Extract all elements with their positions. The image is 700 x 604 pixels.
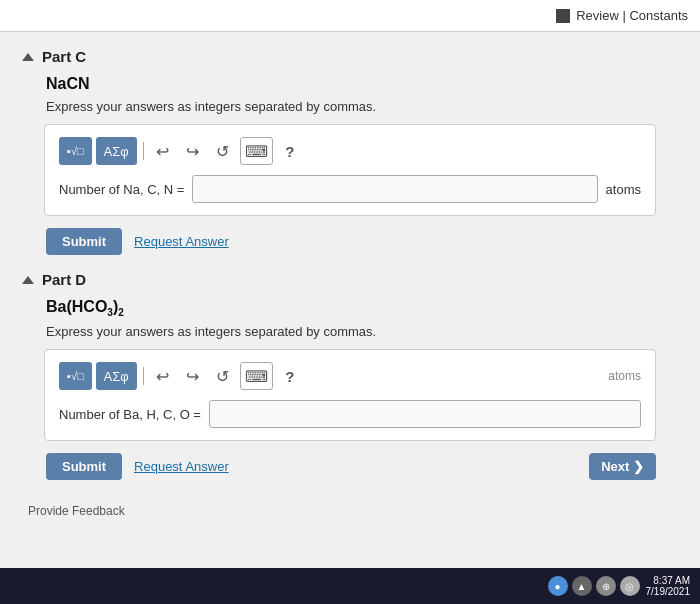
part-d-help-button[interactable]: ? xyxy=(277,362,303,390)
taskbar-icon-2: ▲ xyxy=(572,576,592,596)
part-d-submit-button[interactable]: Submit xyxy=(46,453,122,480)
part-c-input-label: Number of Na, C, N = xyxy=(59,182,184,197)
part-c-answer-box: ▪√□ AΣφ ↩ ↪ ↺ ⌨ ? Number of Na, C, N = a… xyxy=(44,124,656,216)
part-d-redo-button[interactable]: ↪ xyxy=(180,362,206,390)
taskbar-icons: ● ▲ ⊕ ◎ xyxy=(548,576,640,596)
part-c-request-answer-button[interactable]: Request Answer xyxy=(134,234,229,249)
review-constants-label: Review | Constants xyxy=(576,8,688,23)
part-c-toolbar: ▪√□ AΣφ ↩ ↪ ↺ ⌨ ? xyxy=(59,137,641,165)
part-c-chevron-icon[interactable] xyxy=(22,53,34,61)
part-d-answer-input[interactable] xyxy=(209,400,641,428)
part-d-input-row: Number of Ba, H, C, O = xyxy=(59,400,641,428)
part-c-keyboard-button[interactable]: ⌨ xyxy=(240,137,273,165)
part-d-request-answer-button[interactable]: Request Answer xyxy=(134,459,229,474)
part-d-next-button[interactable]: Next ❯ xyxy=(589,453,656,480)
part-d-chevron-icon[interactable] xyxy=(22,276,34,284)
taskbar-icon-3: ⊕ xyxy=(596,576,616,596)
part-c-compound: NaCN xyxy=(46,75,676,93)
part-c-help-button[interactable]: ? xyxy=(277,137,303,165)
review-icon xyxy=(556,9,570,23)
part-d-compound-sub2: 2 xyxy=(118,307,124,318)
part-c-submit-button[interactable]: Submit xyxy=(46,228,122,255)
part-c-unit-label: atoms xyxy=(606,182,641,197)
part-c-label: Part C xyxy=(42,48,86,65)
part-d-answer-box: ▪√□ AΣφ ↩ ↪ ↺ ⌨ ? atoms Number of Ba, H,… xyxy=(44,349,656,441)
part-d-input-label: Number of Ba, H, C, O = xyxy=(59,407,201,422)
part-d-instruction: Express your answers as integers separat… xyxy=(46,324,676,339)
part-c-format-button[interactable]: ▪√□ xyxy=(59,137,92,165)
taskbar-icon-4: ◎ xyxy=(620,576,640,596)
part-c-input-row: Number of Na, C, N = atoms xyxy=(59,175,641,203)
toolbar-separator-2 xyxy=(143,367,144,385)
part-d-undo-button[interactable]: ↩ xyxy=(150,362,176,390)
part-d-header: Part D xyxy=(24,271,676,288)
part-d-symbol-button[interactable]: AΣφ xyxy=(96,362,137,390)
main-content: Part C NaCN Express your answers as inte… xyxy=(0,32,700,602)
taskbar: ● ▲ ⊕ ◎ 8:37 AM 7/19/2021 xyxy=(0,568,700,604)
part-d-keyboard-button[interactable]: ⌨ xyxy=(240,362,273,390)
provide-feedback-label[interactable]: Provide Feedback xyxy=(28,504,676,518)
part-d-unit-hint: atoms xyxy=(608,369,641,383)
part-c-symbol-label: AΣφ xyxy=(104,144,129,159)
part-d-btn-row: Submit Request Answer Next ❯ xyxy=(44,453,656,480)
part-c-redo-button[interactable]: ↪ xyxy=(180,137,206,165)
part-d-reset-button[interactable]: ↺ xyxy=(210,362,236,390)
toolbar-separator-1 xyxy=(143,142,144,160)
top-bar: Review | Constants xyxy=(0,0,700,32)
part-c-instruction: Express your answers as integers separat… xyxy=(46,99,676,114)
part-c-answer-input[interactable] xyxy=(192,175,597,203)
part-d-compound: Ba(HCO3)2 xyxy=(46,298,676,318)
part-c-symbol-button[interactable]: AΣφ xyxy=(96,137,137,165)
taskbar-time: 8:37 AM 7/19/2021 xyxy=(646,575,691,597)
part-d-symbol-label: AΣφ xyxy=(104,369,129,384)
part-d-label: Part D xyxy=(42,271,86,288)
taskbar-icon-1: ● xyxy=(548,576,568,596)
part-c-undo-button[interactable]: ↩ xyxy=(150,137,176,165)
part-c-header: Part C xyxy=(24,48,676,65)
part-d-toolbar: ▪√□ AΣφ ↩ ↪ ↺ ⌨ ? atoms xyxy=(59,362,641,390)
part-d-compound-sub1: 3 xyxy=(107,307,113,318)
part-c-btn-row: Submit Request Answer xyxy=(46,228,676,255)
part-c-reset-button[interactable]: ↺ xyxy=(210,137,236,165)
part-d-format-button[interactable]: ▪√□ xyxy=(59,362,92,390)
